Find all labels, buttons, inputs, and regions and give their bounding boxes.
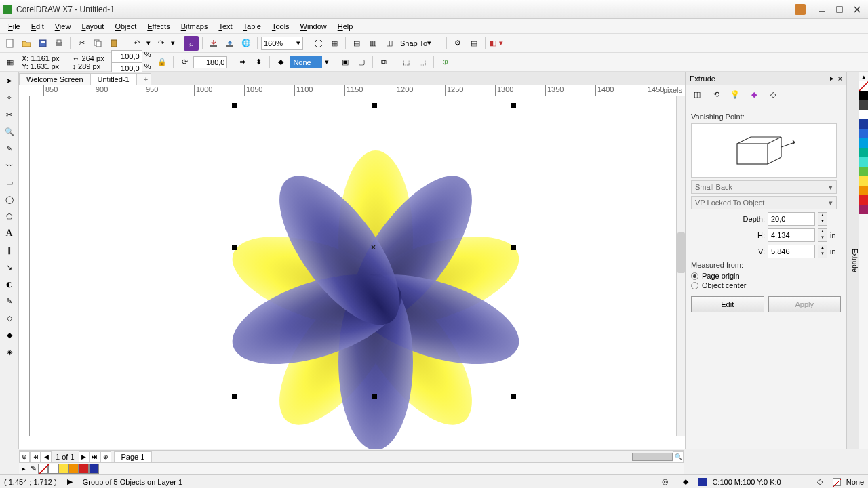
page-last-icon[interactable]: ⏭ bbox=[90, 451, 100, 462]
depth-spinner[interactable]: ▲▼ bbox=[818, 212, 827, 226]
ungroup-all-icon[interactable]: ⬚ bbox=[415, 55, 430, 70]
open-icon[interactable] bbox=[19, 36, 34, 51]
page-first-icon[interactable]: ⏮ bbox=[30, 451, 41, 462]
new-icon[interactable] bbox=[3, 36, 18, 51]
undo-icon[interactable]: ↶ bbox=[129, 36, 144, 51]
status-proof-icon[interactable]: ◎ bbox=[658, 474, 673, 489]
page-add2-icon[interactable]: ⊕ bbox=[100, 451, 111, 462]
doc-palette-eyedrop-icon[interactable]: ✎ bbox=[28, 464, 38, 473]
mirror-v-icon[interactable]: ⬍ bbox=[251, 55, 266, 70]
fill-dropdown[interactable]: ▾ bbox=[323, 55, 330, 70]
menu-table[interactable]: Table bbox=[238, 21, 267, 32]
menu-layout[interactable]: Layout bbox=[76, 21, 109, 32]
radio-page-origin[interactable]: Page origin bbox=[691, 272, 841, 280]
ellipse-tool[interactable]: ◯ bbox=[2, 192, 17, 207]
wrap-icon[interactable]: ⧉ bbox=[376, 55, 391, 70]
palette-swatch[interactable] bbox=[859, 157, 868, 167]
edit-button[interactable]: Edit bbox=[691, 296, 764, 312]
page-tab[interactable]: Page 1 bbox=[114, 451, 153, 462]
snap-icon[interactable]: ◫ bbox=[382, 36, 397, 51]
menu-file[interactable]: File bbox=[3, 21, 26, 32]
guides-icon[interactable]: ▥ bbox=[366, 36, 380, 51]
preset-select[interactable]: Small Back▾ bbox=[691, 180, 837, 194]
palette-up-icon[interactable]: ▴ bbox=[859, 72, 868, 81]
menu-object[interactable]: Object bbox=[109, 21, 142, 32]
extrude-color-icon[interactable]: ◆ bbox=[747, 87, 762, 102]
page-add-icon[interactable]: ⊕ bbox=[19, 451, 30, 462]
palette-swatch[interactable] bbox=[859, 148, 868, 157]
maximize-button[interactable] bbox=[831, 3, 848, 16]
outline-tool[interactable]: ◇ bbox=[2, 310, 17, 325]
status-fill-icon[interactable]: ◆ bbox=[678, 474, 693, 489]
print-icon[interactable] bbox=[52, 36, 66, 51]
snap-to-select[interactable]: Snap To ▾ bbox=[398, 37, 443, 50]
extrude-bevel-icon[interactable]: ◇ bbox=[766, 87, 781, 102]
palette-swatch[interactable] bbox=[859, 100, 868, 110]
tab-document[interactable]: Untitled-1 bbox=[90, 73, 137, 85]
shape-tool[interactable]: ✧ bbox=[2, 90, 17, 105]
selection-handle[interactable] bbox=[232, 103, 237, 108]
status-outline-icon[interactable]: ◇ bbox=[812, 474, 827, 489]
export-icon[interactable] bbox=[222, 36, 237, 51]
selection-handle[interactable] bbox=[372, 394, 377, 399]
lock-select[interactable]: VP Locked To Object▾ bbox=[691, 196, 837, 209]
publish-icon[interactable]: 🌐 bbox=[239, 36, 254, 51]
zoom-page-icon[interactable]: 🔍 bbox=[673, 451, 684, 462]
zoom-select[interactable]: 160%▾ bbox=[261, 37, 303, 50]
selection-handle[interactable] bbox=[511, 245, 516, 250]
v-spinner[interactable]: ▲▼ bbox=[818, 245, 827, 258]
doc-swatch[interactable] bbox=[89, 464, 99, 474]
h-spinner[interactable]: ▲▼ bbox=[818, 228, 827, 242]
selection-handle[interactable] bbox=[232, 394, 237, 399]
artistic-tool[interactable]: 〰 bbox=[2, 158, 17, 173]
palette-swatch[interactable] bbox=[859, 195, 868, 205]
freehand-tool[interactable]: ✎ bbox=[2, 141, 17, 156]
rulers-icon[interactable]: ▦ bbox=[327, 36, 342, 51]
palette-swatch[interactable] bbox=[859, 110, 868, 119]
minimize-button[interactable] bbox=[814, 3, 830, 16]
extrude-light-icon[interactable]: 💡 bbox=[728, 87, 743, 102]
menu-help[interactable]: Help bbox=[332, 21, 359, 32]
undo-dropdown[interactable]: ▾ bbox=[145, 36, 152, 51]
menu-bitmaps[interactable]: Bitmaps bbox=[176, 21, 214, 32]
menu-effects[interactable]: Effects bbox=[142, 21, 175, 32]
palette-swatch[interactable] bbox=[859, 91, 868, 100]
interactive-fill-tool[interactable]: ◈ bbox=[2, 344, 17, 359]
doc-swatch[interactable] bbox=[58, 464, 68, 474]
polygon-tool[interactable]: ⬠ bbox=[2, 209, 17, 224]
radio-object-center[interactable]: Object center bbox=[691, 281, 841, 289]
page-prev-icon[interactable]: ◀ bbox=[41, 451, 52, 462]
add-icon[interactable]: ⊕ bbox=[437, 55, 452, 70]
h-input[interactable] bbox=[768, 228, 815, 242]
alert-icon[interactable] bbox=[795, 4, 806, 15]
grid-icon[interactable]: ▤ bbox=[349, 36, 364, 51]
palette-swatch[interactable] bbox=[859, 176, 868, 186]
lock-ratio-icon[interactable]: 🔒 bbox=[155, 55, 170, 70]
rotation-input[interactable] bbox=[193, 56, 227, 68]
selection-handle[interactable] bbox=[511, 103, 516, 108]
palette-swatch[interactable] bbox=[859, 119, 868, 129]
copy-icon[interactable] bbox=[90, 36, 105, 51]
palette-swatch[interactable] bbox=[859, 138, 868, 148]
doc-swatch[interactable] bbox=[48, 464, 58, 474]
zoom-tool[interactable]: 🔍 bbox=[2, 124, 17, 139]
v-input[interactable] bbox=[768, 245, 815, 258]
palette-swatch[interactable] bbox=[859, 129, 868, 138]
fill-select[interactable]: None bbox=[290, 56, 322, 68]
paste-icon[interactable] bbox=[106, 36, 121, 51]
scale-x-input[interactable] bbox=[111, 50, 142, 62]
fill-tool[interactable]: ◆ bbox=[2, 327, 17, 342]
options-icon[interactable]: ⚙ bbox=[450, 36, 465, 51]
menu-window[interactable]: Window bbox=[295, 21, 332, 32]
parallel-tool[interactable]: ∥ bbox=[2, 243, 17, 258]
palette-none-icon[interactable] bbox=[38, 464, 48, 474]
pick-tool[interactable]: ➤ bbox=[2, 73, 17, 88]
eyedropper-tool[interactable]: ✎ bbox=[2, 293, 17, 308]
scale-inputs[interactable]: % % bbox=[108, 50, 154, 75]
menu-text[interactable]: Text bbox=[213, 21, 237, 32]
position-icon[interactable]: ▦ bbox=[3, 55, 18, 70]
to-front-icon[interactable]: ▣ bbox=[338, 55, 353, 70]
interactive-tool[interactable]: ◐ bbox=[2, 277, 17, 291]
selection-handle[interactable] bbox=[511, 394, 516, 399]
launch-icon[interactable]: ▤ bbox=[467, 36, 481, 51]
